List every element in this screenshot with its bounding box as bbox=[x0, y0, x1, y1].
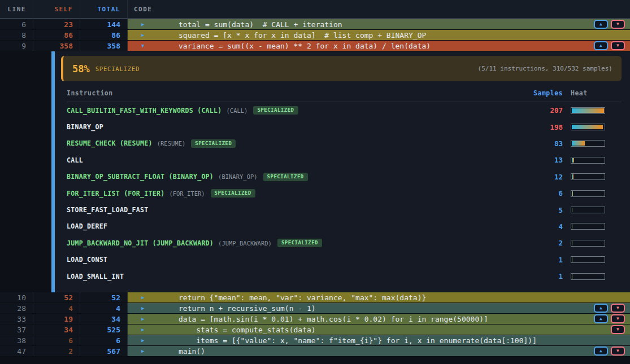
code-row-8[interactable]: 88686▶squared = [x * x for x in data] # … bbox=[0, 30, 630, 41]
code-row-33[interactable]: 331934▶data = [math.sin(i * 0.01) + math… bbox=[0, 314, 630, 324]
heat-bar-fill bbox=[572, 224, 572, 229]
heat-bar-fill bbox=[572, 125, 603, 129]
code-row-38[interactable]: 3866▶ items = [{"value": x, "name": f"it… bbox=[0, 335, 630, 346]
expand-icon[interactable]: ▶ bbox=[141, 22, 144, 27]
total-samples: 4 bbox=[80, 303, 128, 313]
base-opcode: (RESUME) bbox=[157, 140, 186, 147]
instruction-name: LOAD_CONST bbox=[67, 256, 107, 264]
heat-cell bbox=[571, 140, 622, 147]
nav-down-button[interactable]: ▼ bbox=[611, 20, 625, 29]
heat-bar-fill bbox=[572, 257, 572, 262]
heat-bar-fill bbox=[572, 108, 604, 113]
instruction-cell: CALL_BUILTIN_FAST_WITH_KEYWORDS (CALL)(C… bbox=[67, 106, 518, 115]
instruction-row: CALL_BUILTIN_FAST_WITH_KEYWORDS (CALL)(C… bbox=[67, 102, 622, 119]
self-samples: 52 bbox=[33, 292, 80, 302]
nav-down-button[interactable]: ▼ bbox=[611, 314, 625, 323]
specialized-badge: SPECIALIZED bbox=[191, 139, 236, 148]
expand-icon[interactable]: ▶ bbox=[141, 338, 144, 343]
code-cell[interactable]: ▶return {"mean": mean, "var": variance, … bbox=[128, 292, 630, 302]
instruction-row: CALL13 bbox=[67, 152, 622, 168]
heat-cell bbox=[571, 157, 622, 164]
nav-up-button[interactable]: ▲ bbox=[594, 314, 608, 323]
total-samples: 144 bbox=[80, 19, 128, 29]
heat-bar bbox=[571, 124, 605, 130]
heat-bar bbox=[571, 273, 605, 280]
samples-count: 207 bbox=[518, 106, 563, 115]
collapse-icon[interactable]: ▼ bbox=[141, 43, 144, 49]
base-opcode: (BINARY_OP) bbox=[218, 173, 258, 180]
instruction-row: STORE_FAST_LOAD_FAST5 bbox=[67, 201, 622, 218]
heat-cell bbox=[571, 223, 622, 230]
row-nav-buttons: ▲▼ bbox=[594, 314, 625, 323]
samples-count: 5 bbox=[518, 206, 563, 214]
specialization-percent: 58% bbox=[72, 63, 90, 74]
column-header-self: SELF bbox=[33, 0, 80, 18]
code-cell[interactable]: ▼variance = sum((x - mean) ** 2 for x in… bbox=[128, 41, 630, 51]
instruction-cell: LOAD_CONST bbox=[67, 256, 518, 264]
instruction-cell: STORE_FAST_LOAD_FAST bbox=[67, 206, 518, 214]
samples-count: 6 bbox=[518, 189, 563, 198]
total-samples: 525 bbox=[80, 324, 128, 335]
code-row-47[interactable]: 472567▶main()▲▼ bbox=[0, 346, 630, 357]
code-row-9[interactable]: 9358358▼variance = sum((x - mean) ** 2 f… bbox=[0, 41, 630, 51]
instruction-cell: RESUME_CHECK (RESUME)(RESUME)SPECIALIZED bbox=[67, 139, 518, 148]
code-row-28[interactable]: 2844▶return n + recursive_sum(n - 1)▲▼ bbox=[0, 303, 630, 314]
expand-icon[interactable]: ▶ bbox=[141, 33, 144, 38]
line-number: 47 bbox=[0, 346, 33, 356]
expand-icon[interactable]: ▶ bbox=[141, 317, 144, 322]
samples-count: 83 bbox=[518, 139, 563, 148]
specialization-summary: (5/11 instructions, 310/532 samples) bbox=[478, 65, 612, 72]
column-header-line: LINE bbox=[0, 0, 33, 18]
code-rows-bottom: 105252▶return {"mean": mean, "var": vari… bbox=[0, 292, 630, 357]
instruction-row: LOAD_SMALL_INT1 bbox=[67, 268, 622, 284]
heat-bar-fill bbox=[572, 274, 572, 279]
expand-icon[interactable]: ▶ bbox=[141, 349, 144, 354]
specialization-banner: 58% SPECIALIZED (5/11 instructions, 310/… bbox=[61, 56, 622, 81]
self-samples: 19 bbox=[33, 314, 80, 324]
code-row-10[interactable]: 105252▶return {"mean": mean, "var": vari… bbox=[0, 292, 630, 303]
code-cell[interactable]: ▶main()▲▼ bbox=[128, 346, 630, 356]
heat-cell bbox=[571, 240, 622, 247]
row-nav-buttons: ▼ bbox=[611, 325, 625, 334]
base-opcode: (FOR_ITER) bbox=[169, 190, 205, 197]
code-cell[interactable]: ▶return n + recursive_sum(n - 1)▲▼ bbox=[128, 303, 630, 313]
nav-down-button[interactable]: ▼ bbox=[611, 347, 625, 356]
heat-cell bbox=[571, 173, 622, 180]
instruction-name: BINARY_OP bbox=[67, 123, 103, 131]
nav-up-button[interactable]: ▲ bbox=[594, 41, 608, 50]
nav-up-button[interactable]: ▲ bbox=[594, 304, 608, 313]
self-samples: 34 bbox=[33, 324, 80, 335]
code-cell[interactable]: ▶ items = [{"value": x, "name": f"item_{… bbox=[128, 335, 630, 345]
row-nav-buttons: ▲▼ bbox=[594, 41, 625, 50]
nav-up-button[interactable]: ▲ bbox=[594, 20, 608, 29]
nav-down-button[interactable]: ▼ bbox=[611, 325, 625, 334]
instruction-name: STORE_FAST_LOAD_FAST bbox=[67, 206, 148, 214]
heat-bar-fill bbox=[572, 208, 572, 212]
code-text: items = [{"value": x, "name": f"item_{i}… bbox=[179, 336, 537, 345]
nav-up-button[interactable]: ▲ bbox=[594, 347, 608, 356]
code-cell[interactable]: ▶total = sum(data) # CALL + iteration▲▼ bbox=[128, 19, 630, 29]
expand-icon[interactable]: ▶ bbox=[141, 306, 144, 311]
nav-down-button[interactable]: ▼ bbox=[611, 41, 625, 50]
code-text: data = [math.sin(i * 0.01) + math.cos(i … bbox=[179, 315, 488, 323]
instruction-table: Instruction Samples Heat CALL_BUILTIN_FA… bbox=[67, 89, 622, 284]
instruction-cell: LOAD_DEREF bbox=[67, 222, 518, 230]
code-row-6[interactable]: 623144▶total = sum(data) # CALL + iterat… bbox=[0, 19, 630, 30]
specialized-badge: SPECIALIZED bbox=[253, 106, 298, 115]
instruction-name: RESUME_CHECK (RESUME) bbox=[67, 139, 153, 147]
code-row-37[interactable]: 3734525▶ stats = compute_stats(data)▼ bbox=[0, 324, 630, 335]
code-cell[interactable]: ▶ stats = compute_stats(data)▼ bbox=[128, 324, 630, 335]
code-text: total = sum(data) # CALL + iteration bbox=[179, 20, 342, 29]
total-samples: 567 bbox=[80, 346, 128, 356]
expand-icon[interactable]: ▶ bbox=[141, 327, 144, 332]
self-samples: 2 bbox=[33, 346, 80, 356]
code-rows-top: 623144▶total = sum(data) # CALL + iterat… bbox=[0, 19, 630, 51]
code-cell[interactable]: ▶data = [math.sin(i * 0.01) + math.cos(i… bbox=[128, 314, 630, 324]
specialization-panel: 58% SPECIALIZED (5/11 instructions, 310/… bbox=[55, 51, 630, 292]
expand-icon[interactable]: ▶ bbox=[141, 295, 144, 300]
nav-down-button[interactable]: ▼ bbox=[611, 304, 625, 313]
samples-count: 198 bbox=[518, 123, 563, 131]
heat-cell bbox=[571, 256, 622, 263]
code-cell[interactable]: ▶squared = [x * x for x in data] # list … bbox=[128, 30, 630, 40]
specialization-panel-wrap: 58% SPECIALIZED (5/11 instructions, 310/… bbox=[0, 51, 630, 292]
